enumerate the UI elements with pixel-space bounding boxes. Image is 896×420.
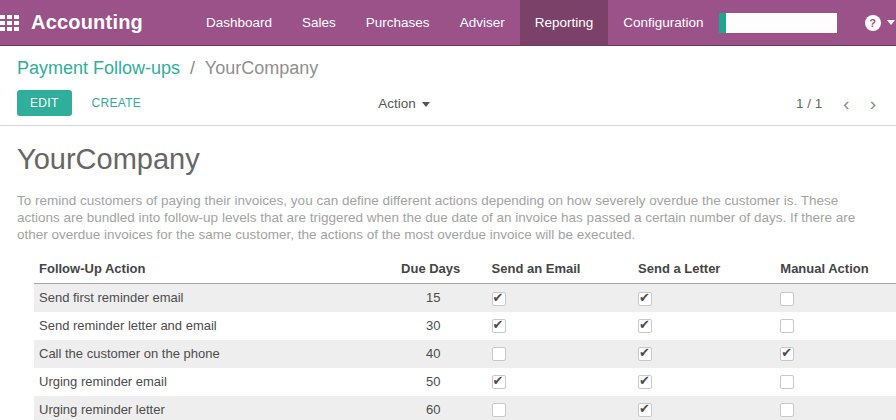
nav-item-configuration[interactable]: Configuration bbox=[608, 0, 718, 45]
breadcrumb-current: YourCompany bbox=[205, 58, 318, 78]
column-header-followup-action[interactable]: Follow-Up Action bbox=[34, 256, 396, 284]
breadcrumb: Payment Follow-ups / YourCompany bbox=[17, 58, 879, 79]
cell-manual-action bbox=[775, 396, 896, 420]
checkbox-manual-action[interactable] bbox=[780, 319, 794, 333]
create-button[interactable]: CREATE bbox=[80, 90, 154, 116]
checkbox-manual-action[interactable] bbox=[780, 347, 794, 361]
apps-grid-icon bbox=[0, 15, 19, 31]
checkbox-manual-action[interactable] bbox=[780, 375, 794, 389]
cell-send-email bbox=[487, 396, 634, 420]
cell-send-email bbox=[487, 312, 634, 340]
cell-manual-action bbox=[775, 312, 896, 340]
user-menu[interactable] bbox=[719, 13, 837, 33]
cell-send-email bbox=[487, 340, 634, 368]
checkbox-send-email[interactable] bbox=[492, 347, 506, 361]
pager-value: 1 / 1 bbox=[796, 96, 822, 111]
nav-item-dashboard[interactable]: Dashboard bbox=[191, 0, 287, 45]
cell-manual-action bbox=[775, 368, 896, 396]
top-navbar: Accounting Dashboard Sales Purchases Adv… bbox=[0, 0, 896, 46]
cell-manual-action bbox=[775, 340, 896, 368]
nav-item-adviser[interactable]: Adviser bbox=[445, 0, 520, 45]
action-dropdown-label: Action bbox=[378, 96, 416, 111]
table-row[interactable]: Urging reminder email50 bbox=[34, 368, 896, 396]
cell-followup-action[interactable]: Urging reminder email bbox=[34, 368, 396, 396]
cell-due-days[interactable]: 60 bbox=[396, 396, 487, 420]
checkbox-send-email[interactable] bbox=[492, 292, 506, 306]
checkbox-manual-action[interactable] bbox=[780, 403, 794, 417]
cell-followup-action[interactable]: Call the customer on the phone bbox=[34, 340, 396, 368]
edit-button[interactable]: EDIT bbox=[17, 90, 72, 116]
cell-send-email bbox=[487, 284, 634, 312]
page-title: YourCompany bbox=[17, 143, 879, 176]
checkbox-send-letter[interactable] bbox=[638, 403, 652, 417]
table-row[interactable]: Send reminder letter and email30 bbox=[34, 312, 896, 340]
cell-due-days[interactable]: 30 bbox=[396, 312, 487, 340]
form-sheet: YourCompany To remind customers of payin… bbox=[0, 126, 896, 420]
checkbox-manual-action[interactable] bbox=[780, 292, 794, 306]
checkbox-send-email[interactable] bbox=[492, 403, 506, 417]
cell-send-letter bbox=[633, 312, 775, 340]
cell-send-letter bbox=[633, 368, 775, 396]
column-header-due-days[interactable]: Due Days bbox=[396, 256, 487, 284]
control-panel-buttons: EDIT CREATE Action 1 / 1 ‹ › bbox=[17, 90, 879, 116]
table-row[interactable]: Call the customer on the phone40 bbox=[34, 340, 896, 368]
main-menu: Dashboard Sales Purchases Adviser Report… bbox=[191, 0, 719, 45]
pager: 1 / 1 ‹ › bbox=[796, 94, 879, 113]
checkbox-send-email[interactable] bbox=[492, 319, 506, 333]
checkbox-send-email[interactable] bbox=[492, 375, 506, 389]
apps-menu-button[interactable] bbox=[0, 0, 19, 45]
cell-due-days[interactable]: 15 bbox=[396, 284, 487, 312]
control-panel: Payment Follow-ups / YourCompany EDIT CR… bbox=[0, 46, 896, 126]
nav-item-purchases[interactable]: Purchases bbox=[351, 0, 445, 45]
nav-item-sales[interactable]: Sales bbox=[287, 0, 351, 45]
action-dropdown[interactable]: Action bbox=[378, 96, 430, 111]
table-header-row: Follow-Up Action Due Days Send an Email … bbox=[34, 256, 896, 284]
cell-followup-action[interactable]: Send first reminder email bbox=[34, 284, 396, 312]
followup-description: To remind customers of paying their invo… bbox=[17, 192, 879, 243]
checkbox-send-letter[interactable] bbox=[638, 292, 652, 306]
cell-followup-action[interactable]: Urging reminder letter bbox=[34, 396, 396, 420]
breadcrumb-parent-link[interactable]: Payment Follow-ups bbox=[17, 58, 180, 78]
cell-send-letter bbox=[633, 284, 775, 312]
cell-due-days[interactable]: 40 bbox=[396, 340, 487, 368]
cell-due-days[interactable]: 50 bbox=[396, 368, 487, 396]
help-menu[interactable]: ? bbox=[865, 15, 895, 31]
table-row[interactable]: Send first reminder email15 bbox=[34, 284, 896, 312]
chevron-down-icon bbox=[422, 102, 430, 107]
app-title: Accounting bbox=[19, 0, 157, 45]
cell-send-email bbox=[487, 368, 634, 396]
column-header-send-letter[interactable]: Send a Letter bbox=[633, 256, 775, 284]
navbar-right: ? ✉ 0 bbox=[719, 0, 896, 45]
checkbox-send-letter[interactable] bbox=[638, 347, 652, 361]
chevron-down-icon bbox=[887, 20, 895, 25]
pager-previous-icon[interactable]: ‹ bbox=[840, 94, 852, 113]
cell-followup-action[interactable]: Send reminder letter and email bbox=[34, 312, 396, 340]
checkbox-send-letter[interactable] bbox=[638, 375, 652, 389]
pager-next-icon[interactable]: › bbox=[867, 94, 879, 113]
column-header-manual-action[interactable]: Manual Action bbox=[775, 256, 896, 284]
checkbox-send-letter[interactable] bbox=[638, 319, 652, 333]
help-icon: ? bbox=[865, 15, 881, 31]
cell-send-letter bbox=[633, 396, 775, 420]
column-header-send-email[interactable]: Send an Email bbox=[487, 256, 634, 284]
followup-levels-table: Follow-Up Action Due Days Send an Email … bbox=[34, 256, 896, 420]
cell-send-letter bbox=[633, 340, 775, 368]
cell-manual-action bbox=[775, 284, 896, 312]
table-row[interactable]: Urging reminder letter60 bbox=[34, 396, 896, 420]
breadcrumb-separator: / bbox=[185, 58, 200, 78]
nav-item-reporting[interactable]: Reporting bbox=[520, 0, 609, 45]
